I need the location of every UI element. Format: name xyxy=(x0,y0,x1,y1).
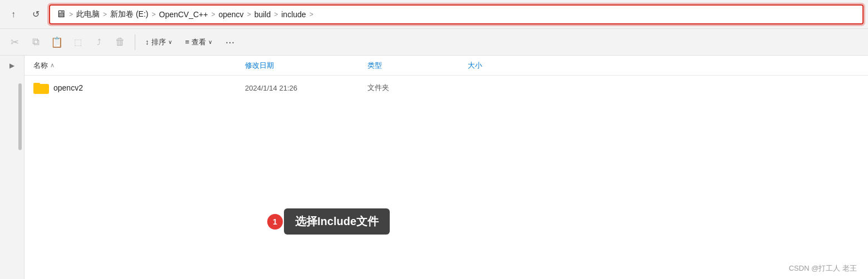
view-label: 查看 xyxy=(192,37,206,47)
file-area: 名称 ∧ 修改日期 类型 大小 opencv2 2024/1/14 21:26 … xyxy=(24,56,868,279)
sort-chevron-icon: ∨ xyxy=(168,39,172,45)
separator-5: > xyxy=(247,11,251,18)
separator-1: > xyxy=(69,11,73,18)
watermark: CSDN @打工人 老王 xyxy=(789,263,857,273)
path-opencv-cpp[interactable]: OpenCV_C++ xyxy=(159,10,208,19)
separator-2: > xyxy=(103,11,107,18)
refresh-button[interactable]: ↺ xyxy=(27,6,45,23)
file-name: opencv2 xyxy=(53,83,83,92)
toolbar-divider xyxy=(135,34,135,50)
path-include[interactable]: include xyxy=(281,10,306,19)
path-drive[interactable]: 新加卷 (E:) xyxy=(110,9,148,19)
sidebar-expand-arrow[interactable]: ▶ xyxy=(7,60,18,71)
separator-7: > xyxy=(310,11,313,18)
separator-4: > xyxy=(211,11,215,18)
cut-button[interactable]: ✂ xyxy=(4,32,24,52)
annotation-badge: 1 xyxy=(267,214,283,230)
file-date-cell: 2024/1/14 21:26 xyxy=(245,84,367,92)
rename-button[interactable]: ⬚ xyxy=(68,32,88,52)
view-chevron-icon: ∨ xyxy=(208,39,212,45)
column-name-label: 名称 xyxy=(33,61,48,71)
file-name-cell: opencv2 xyxy=(33,82,245,94)
edit-tools: ✂ ⧉ 📋 ⬚ ⤴ 🗑 xyxy=(4,32,130,52)
view-icon: ≡ xyxy=(185,38,190,46)
path-opencv[interactable]: opencv xyxy=(218,10,243,19)
column-sort-arrow: ∧ xyxy=(50,62,55,69)
address-bar[interactable]: 🖥 > 此电脑 > 新加卷 (E:) > OpenCV_C++ > opencv… xyxy=(49,4,864,24)
annotation-tooltip: 选择Include文件 xyxy=(284,208,390,235)
separator-3: > xyxy=(151,11,155,18)
share-button[interactable]: ⤴ xyxy=(89,32,109,52)
copy-button[interactable]: ⧉ xyxy=(26,32,46,52)
file-type-cell: 文件夹 xyxy=(367,83,468,93)
up-button[interactable]: ↑ xyxy=(4,6,22,23)
delete-button[interactable]: 🗑 xyxy=(110,32,130,52)
sort-icon: ↕ xyxy=(145,38,149,46)
separator-6: > xyxy=(274,11,278,18)
navigation-bar: ↑ ↺ 🖥 > 此电脑 > 新加卷 (E:) > OpenCV_C++ > op… xyxy=(0,0,868,29)
path-build[interactable]: build xyxy=(254,10,271,19)
more-options-button[interactable]: ··· xyxy=(220,32,240,52)
sort-label: 排序 xyxy=(151,37,166,47)
sort-button[interactable]: ↕ 排序 ∨ xyxy=(140,33,178,51)
toolbar: ✂ ⧉ 📋 ⬚ ⤴ 🗑 ↕ 排序 ∨ ≡ 查看 ∨ ··· xyxy=(0,29,868,56)
sidebar: ▶ xyxy=(0,56,24,279)
table-row[interactable]: opencv2 2024/1/14 21:26 文件夹 xyxy=(24,76,868,100)
folder-icon xyxy=(33,82,49,94)
column-name-header[interactable]: 名称 ∧ xyxy=(33,61,245,71)
path-this-pc[interactable]: 此电脑 xyxy=(76,9,100,19)
sidebar-scrollbar[interactable] xyxy=(18,83,22,150)
content-wrapper: ▶ 名称 ∧ 修改日期 类型 大小 opencv2 2024/1/14 21:2… xyxy=(0,56,868,279)
column-type-header[interactable]: 类型 xyxy=(367,61,468,71)
paste-button[interactable]: 📋 xyxy=(47,32,67,52)
column-headers: 名称 ∧ 修改日期 类型 大小 xyxy=(24,56,868,76)
annotation-area: 1 选择Include文件 xyxy=(267,208,390,235)
monitor-icon: 🖥 xyxy=(56,8,66,20)
column-size-header[interactable]: 大小 xyxy=(468,61,859,71)
view-button[interactable]: ≡ 查看 ∨ xyxy=(180,33,218,51)
column-date-header[interactable]: 修改日期 xyxy=(245,61,367,71)
